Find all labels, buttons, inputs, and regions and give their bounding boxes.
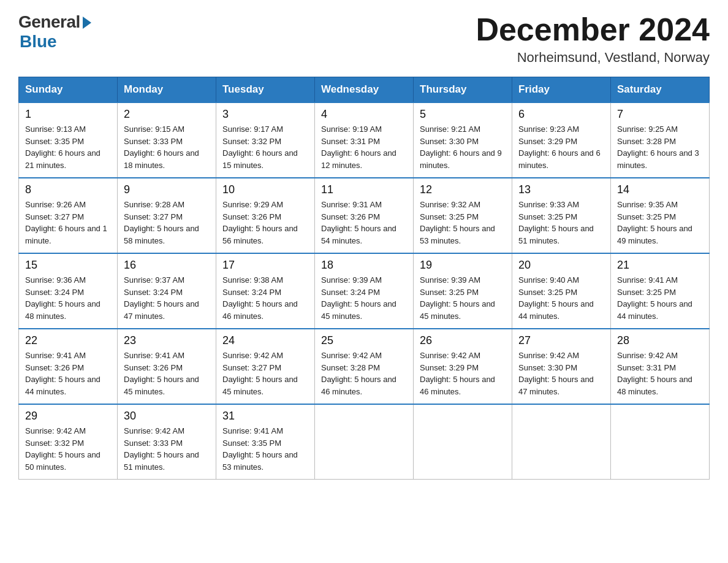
week-row-2: 8Sunrise: 9:26 AMSunset: 3:27 PMDaylight…	[19, 178, 710, 253]
day-info: Sunrise: 9:37 AMSunset: 3:24 PMDaylight:…	[124, 274, 210, 322]
day-of-week-sunday: Sunday	[19, 77, 118, 103]
day-number: 2	[124, 108, 210, 121]
day-info: Sunrise: 9:38 AMSunset: 3:24 PMDaylight:…	[222, 274, 308, 322]
day-info: Sunrise: 9:23 AMSunset: 3:29 PMDaylight:…	[518, 123, 604, 171]
day-number: 23	[124, 334, 210, 347]
day-number: 6	[518, 108, 604, 121]
day-info: Sunrise: 9:13 AMSunset: 3:35 PMDaylight:…	[25, 123, 111, 171]
calendar-cell: 31Sunrise: 9:41 AMSunset: 3:35 PMDayligh…	[216, 404, 315, 480]
calendar-cell: 15Sunrise: 9:36 AMSunset: 3:24 PMDayligh…	[19, 253, 118, 329]
day-of-week-monday: Monday	[118, 77, 216, 103]
calendar-cell: 30Sunrise: 9:42 AMSunset: 3:33 PMDayligh…	[118, 404, 216, 480]
calendar-cell: 27Sunrise: 9:42 AMSunset: 3:30 PMDayligh…	[512, 329, 611, 404]
calendar-cell: 11Sunrise: 9:31 AMSunset: 3:26 PMDayligh…	[315, 178, 414, 253]
day-of-week-tuesday: Tuesday	[216, 77, 315, 103]
day-number: 9	[124, 183, 210, 196]
calendar-cell: 23Sunrise: 9:41 AMSunset: 3:26 PMDayligh…	[118, 329, 216, 404]
calendar-cell: 3Sunrise: 9:17 AMSunset: 3:32 PMDaylight…	[216, 102, 315, 178]
calendar-cell: 29Sunrise: 9:42 AMSunset: 3:32 PMDayligh…	[19, 404, 118, 480]
day-info: Sunrise: 9:41 AMSunset: 3:35 PMDaylight:…	[222, 425, 308, 473]
day-number: 14	[617, 183, 703, 196]
calendar-cell: 17Sunrise: 9:38 AMSunset: 3:24 PMDayligh…	[216, 253, 315, 329]
day-info: Sunrise: 9:21 AMSunset: 3:30 PMDaylight:…	[420, 123, 506, 171]
day-number: 28	[617, 334, 703, 347]
week-row-1: 1Sunrise: 9:13 AMSunset: 3:35 PMDaylight…	[19, 102, 710, 178]
calendar-table: SundayMondayTuesdayWednesdayThursdayFrid…	[18, 77, 710, 480]
calendar-cell	[512, 404, 611, 480]
day-info: Sunrise: 9:42 AMSunset: 3:33 PMDaylight:…	[124, 425, 210, 473]
day-number: 30	[124, 410, 210, 423]
calendar-body: 1Sunrise: 9:13 AMSunset: 3:35 PMDaylight…	[19, 102, 710, 480]
calendar-cell: 5Sunrise: 9:21 AMSunset: 3:30 PMDaylight…	[414, 102, 512, 178]
week-row-3: 15Sunrise: 9:36 AMSunset: 3:24 PMDayligh…	[19, 253, 710, 329]
day-number: 18	[321, 259, 407, 272]
day-info: Sunrise: 9:40 AMSunset: 3:25 PMDaylight:…	[518, 274, 604, 322]
calendar-cell: 18Sunrise: 9:39 AMSunset: 3:24 PMDayligh…	[315, 253, 414, 329]
calendar-cell: 16Sunrise: 9:37 AMSunset: 3:24 PMDayligh…	[118, 253, 216, 329]
month-title: December 2024	[476, 12, 710, 47]
day-info: Sunrise: 9:17 AMSunset: 3:32 PMDaylight:…	[222, 123, 308, 171]
day-number: 15	[25, 259, 111, 272]
day-info: Sunrise: 9:29 AMSunset: 3:26 PMDaylight:…	[222, 199, 308, 247]
day-info: Sunrise: 9:25 AMSunset: 3:28 PMDaylight:…	[617, 123, 703, 171]
calendar-cell: 13Sunrise: 9:33 AMSunset: 3:25 PMDayligh…	[512, 178, 611, 253]
logo: General Blue	[18, 12, 91, 52]
calendar-cell: 1Sunrise: 9:13 AMSunset: 3:35 PMDaylight…	[19, 102, 118, 178]
days-of-week-row: SundayMondayTuesdayWednesdayThursdayFrid…	[19, 77, 710, 103]
day-of-week-wednesday: Wednesday	[315, 77, 414, 103]
calendar-cell: 7Sunrise: 9:25 AMSunset: 3:28 PMDaylight…	[611, 102, 710, 178]
day-info: Sunrise: 9:39 AMSunset: 3:25 PMDaylight:…	[420, 274, 506, 322]
day-number: 4	[321, 108, 407, 121]
calendar-header: SundayMondayTuesdayWednesdayThursdayFrid…	[19, 77, 710, 103]
day-info: Sunrise: 9:26 AMSunset: 3:27 PMDaylight:…	[25, 199, 111, 247]
calendar-cell: 24Sunrise: 9:42 AMSunset: 3:27 PMDayligh…	[216, 329, 315, 404]
day-number: 1	[25, 108, 111, 121]
page-header: General Blue December 2024 Norheimsund, …	[18, 12, 710, 66]
day-number: 8	[25, 183, 111, 196]
day-number: 27	[518, 334, 604, 347]
day-info: Sunrise: 9:41 AMSunset: 3:25 PMDaylight:…	[617, 274, 703, 322]
day-info: Sunrise: 9:42 AMSunset: 3:28 PMDaylight:…	[321, 350, 407, 397]
title-block: December 2024 Norheimsund, Vestland, Nor…	[476, 12, 710, 66]
calendar-cell	[315, 404, 414, 480]
day-number: 13	[518, 183, 604, 196]
day-number: 19	[420, 259, 506, 272]
logo-general-text: General	[18, 12, 80, 32]
week-row-4: 22Sunrise: 9:41 AMSunset: 3:26 PMDayligh…	[19, 329, 710, 404]
calendar-cell: 21Sunrise: 9:41 AMSunset: 3:25 PMDayligh…	[611, 253, 710, 329]
calendar-cell: 8Sunrise: 9:26 AMSunset: 3:27 PMDaylight…	[19, 178, 118, 253]
day-info: Sunrise: 9:42 AMSunset: 3:30 PMDaylight:…	[518, 350, 604, 397]
day-of-week-thursday: Thursday	[414, 77, 512, 103]
calendar-cell	[611, 404, 710, 480]
day-of-week-saturday: Saturday	[611, 77, 710, 103]
day-info: Sunrise: 9:41 AMSunset: 3:26 PMDaylight:…	[124, 350, 210, 397]
calendar-cell: 2Sunrise: 9:15 AMSunset: 3:33 PMDaylight…	[118, 102, 216, 178]
day-info: Sunrise: 9:39 AMSunset: 3:24 PMDaylight:…	[321, 274, 407, 322]
day-number: 7	[617, 108, 703, 121]
day-number: 31	[222, 410, 308, 423]
logo-blue-text: Blue	[20, 32, 57, 52]
day-info: Sunrise: 9:42 AMSunset: 3:32 PMDaylight:…	[25, 425, 111, 473]
day-number: 5	[420, 108, 506, 121]
calendar-cell: 4Sunrise: 9:19 AMSunset: 3:31 PMDaylight…	[315, 102, 414, 178]
day-info: Sunrise: 9:15 AMSunset: 3:33 PMDaylight:…	[124, 123, 210, 171]
calendar-cell: 9Sunrise: 9:28 AMSunset: 3:27 PMDaylight…	[118, 178, 216, 253]
calendar-cell: 25Sunrise: 9:42 AMSunset: 3:28 PMDayligh…	[315, 329, 414, 404]
day-info: Sunrise: 9:42 AMSunset: 3:29 PMDaylight:…	[420, 350, 506, 397]
calendar-cell: 12Sunrise: 9:32 AMSunset: 3:25 PMDayligh…	[414, 178, 512, 253]
day-info: Sunrise: 9:28 AMSunset: 3:27 PMDaylight:…	[124, 199, 210, 247]
calendar-cell: 19Sunrise: 9:39 AMSunset: 3:25 PMDayligh…	[414, 253, 512, 329]
day-info: Sunrise: 9:35 AMSunset: 3:25 PMDaylight:…	[617, 199, 703, 247]
day-info: Sunrise: 9:31 AMSunset: 3:26 PMDaylight:…	[321, 199, 407, 247]
day-info: Sunrise: 9:36 AMSunset: 3:24 PMDaylight:…	[25, 274, 111, 322]
calendar-cell	[414, 404, 512, 480]
day-number: 17	[222, 259, 308, 272]
day-info: Sunrise: 9:42 AMSunset: 3:27 PMDaylight:…	[222, 350, 308, 397]
day-number: 20	[518, 259, 604, 272]
calendar-cell: 28Sunrise: 9:42 AMSunset: 3:31 PMDayligh…	[611, 329, 710, 404]
day-number: 26	[420, 334, 506, 347]
logo-arrow-icon	[83, 17, 91, 29]
calendar-cell: 6Sunrise: 9:23 AMSunset: 3:29 PMDaylight…	[512, 102, 611, 178]
day-number: 21	[617, 259, 703, 272]
day-number: 11	[321, 183, 407, 196]
